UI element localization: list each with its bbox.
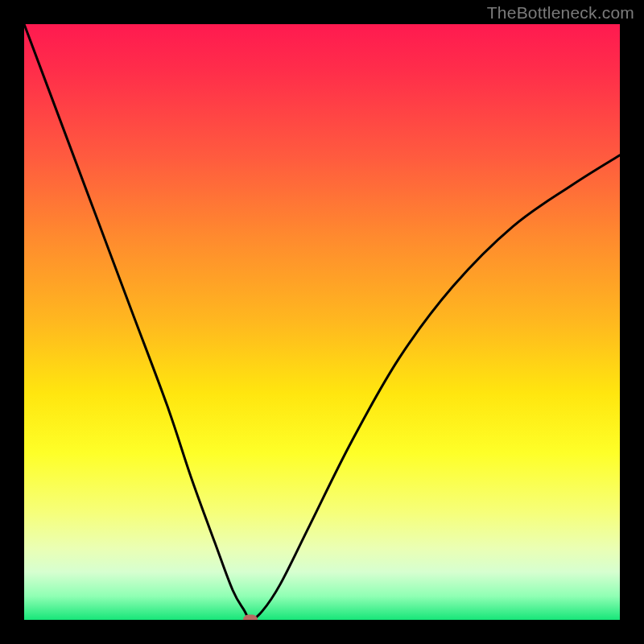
bottleneck-curve <box>24 24 620 620</box>
plot-area <box>24 24 620 620</box>
curve-layer <box>24 24 620 620</box>
watermark-text: TheBottleneck.com <box>487 3 634 23</box>
chart-frame: TheBottleneck.com <box>0 0 644 644</box>
bottleneck-marker <box>243 615 258 621</box>
